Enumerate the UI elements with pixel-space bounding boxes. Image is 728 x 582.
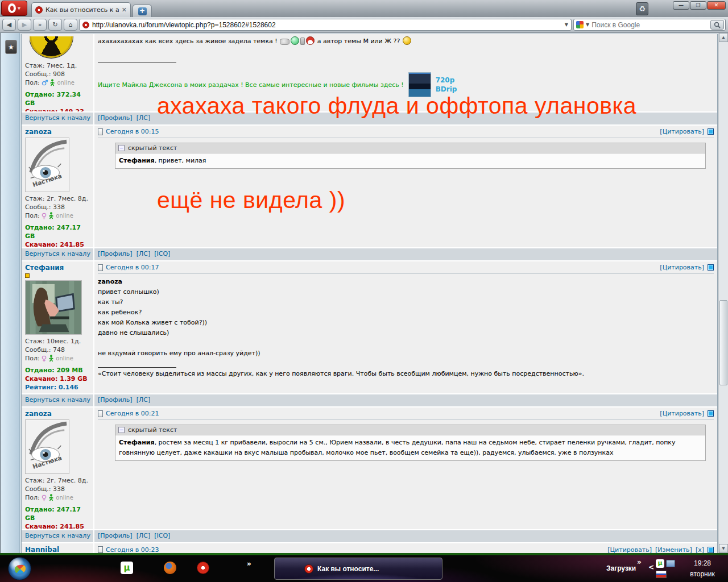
- online-man-icon: [48, 212, 54, 219]
- quote-text: , ростем за месяц 1 кг прибавели, выросл…: [119, 439, 676, 456]
- quote-link[interactable]: [Цитировать]: [607, 546, 652, 554]
- icq-link[interactable]: [ICQ]: [154, 532, 170, 539]
- profile-link[interactable]: [Профиль]: [98, 532, 133, 539]
- post-2-body: Сегодня в 00:15 [Цитировать] −скрытый те…: [94, 126, 717, 247]
- minipost-icon[interactable]: [708, 410, 714, 417]
- grin-smiley-icon: [291, 36, 299, 45]
- windows-logo-icon: [15, 564, 26, 574]
- taskbar-clock[interactable]: 19:28 вторник: [682, 558, 722, 580]
- gender-label: Пол:: [25, 78, 40, 87]
- pm-link[interactable]: [ЛС]: [136, 396, 151, 404]
- utorrent-glyph: µ: [657, 559, 662, 567]
- bookmarks-panel-button[interactable]: ★: [5, 40, 17, 54]
- quote-link[interactable]: [Цитировать]: [660, 410, 704, 417]
- restore-button[interactable]: ❐: [690, 1, 706, 10]
- online-label: online: [57, 78, 75, 87]
- username: zanoza: [25, 128, 91, 136]
- icq-link[interactable]: [ICQ]: [154, 250, 170, 257]
- minipost-icon[interactable]: [708, 264, 714, 271]
- female-icon: ♀: [42, 211, 47, 220]
- downloaded-label: Скачано:: [25, 523, 58, 529]
- quote-author: Стефания: [119, 157, 155, 164]
- pm-link[interactable]: [ЛС]: [136, 114, 151, 122]
- collapse-icon[interactable]: −: [118, 145, 125, 151]
- start-button[interactable]: [8, 557, 31, 580]
- eye-avatar: Настюха: [25, 419, 69, 474]
- scroll-up-button[interactable]: ▲: [719, 33, 728, 42]
- search-engine-dropdown-icon[interactable]: ▼: [586, 22, 589, 27]
- firefox-quicklaunch-icon[interactable]: [164, 562, 176, 574]
- close-button[interactable]: ✕: [707, 1, 726, 10]
- opera-menu-button[interactable]: ▼: [1, 1, 27, 16]
- utorrent-quicklaunch-icon[interactable]: µ: [121, 562, 133, 574]
- female-icon: ♀: [42, 493, 47, 502]
- edit-link[interactable]: [Изменить]: [655, 546, 692, 554]
- minimize-button[interactable]: —: [673, 1, 689, 10]
- profile-link[interactable]: [Профиль]: [98, 114, 133, 122]
- quote-link[interactable]: [Цитировать]: [660, 128, 704, 135]
- post-line: как ребенок?: [98, 307, 714, 318]
- browser-toolbar: ◀ ▶ » ↻ ⌂ http://ulanovka.ru/forum/viewt…: [0, 17, 728, 33]
- online-label: online: [56, 211, 73, 220]
- new-tab-button[interactable]: +: [133, 5, 152, 17]
- post-icon[interactable]: [98, 546, 103, 553]
- post-1-profile: Стаж: 7мес. 1д. Сообщ.: 908 Пол:♂ online…: [22, 34, 94, 111]
- back-to-top-link[interactable]: Вернуться к началу: [25, 250, 90, 257]
- post-date: Сегодня в 00:23: [106, 546, 159, 554]
- post-4-profile: zanoza Настюха Стаж: 2г. 7мес. 8д.: [22, 408, 94, 529]
- post-row-3: Стефания Стаж:: [22, 261, 717, 394]
- downloads-toolbar-label[interactable]: Загрузки: [606, 564, 636, 572]
- search-go-button[interactable]: [710, 20, 724, 30]
- post-line: давно не слышались): [98, 328, 714, 338]
- delete-link[interactable]: [x]: [696, 546, 704, 554]
- pm-link[interactable]: [ЛС]: [136, 250, 151, 257]
- tray-expand-chevron[interactable]: <: [648, 563, 654, 571]
- scrollbar-thumb[interactable]: [719, 300, 727, 385]
- address-dropdown-icon[interactable]: ▼: [565, 22, 568, 27]
- browser-tab-bar: ▼ Как вы относитесь к а... ✕ + ♻ — ❐ ✕: [0, 0, 728, 17]
- active-task-button[interactable]: Как вы относите...: [274, 558, 442, 580]
- signature-text: Ищите Майкла Джексона в моих раздачах ! …: [98, 81, 404, 89]
- display-tray-icon[interactable]: [666, 560, 675, 567]
- fast-forward-button[interactable]: »: [33, 19, 47, 31]
- back-to-top-link[interactable]: Вернуться к началу: [25, 396, 90, 404]
- search-input[interactable]: [592, 21, 708, 29]
- taskbar: µ » Как вы относите... » Загрузки < µ 19…: [0, 555, 728, 582]
- post-icon[interactable]: [98, 264, 103, 271]
- russian-language-tray-icon[interactable]: [656, 571, 667, 578]
- quote-link[interactable]: [Цитировать]: [660, 264, 704, 271]
- minipost-icon[interactable]: [708, 547, 714, 553]
- minipost-icon[interactable]: [708, 128, 714, 135]
- profile-link[interactable]: [Профиль]: [98, 396, 133, 404]
- pm-link[interactable]: [ЛС]: [136, 532, 151, 539]
- mention-name: zanoza: [98, 278, 122, 285]
- plus-icon: +: [138, 7, 147, 15]
- browser-tab[interactable]: Как вы относитесь к а... ✕: [31, 2, 131, 17]
- closed-tabs-trash-button[interactable]: ♻: [636, 2, 648, 15]
- forward-button[interactable]: ▶: [18, 19, 31, 31]
- post-line: как ты?: [98, 297, 714, 307]
- toolbar-overflow-chevron[interactable]: »: [637, 558, 642, 566]
- utorrent-tray-icon[interactable]: µ: [656, 559, 664, 568]
- browser-content-area: ★ Стаж: 7мес. 1д. Сообщ.: 908 Пол:♂ onli…: [0, 33, 728, 553]
- downloaded-label: Скачано:: [25, 108, 58, 111]
- home-button[interactable]: ⌂: [64, 19, 77, 31]
- post-icon[interactable]: [98, 410, 103, 417]
- address-bar[interactable]: http://ulanovka.ru/forum/viewtopic.php?p…: [79, 19, 572, 31]
- quicklaunch-overflow-chevron[interactable]: »: [247, 560, 251, 568]
- search-bar[interactable]: ▼: [573, 19, 726, 31]
- back-to-top-link[interactable]: Вернуться к началу: [25, 532, 90, 539]
- wave-smiley-icon: [280, 39, 289, 45]
- post-icon[interactable]: [98, 128, 103, 135]
- collapse-icon[interactable]: −: [118, 427, 125, 433]
- reload-button[interactable]: ↻: [48, 19, 62, 31]
- tab-close-icon[interactable]: ✕: [122, 6, 127, 14]
- lol-smiley-icon: [306, 36, 315, 45]
- scroll-down-button[interactable]: ▼: [719, 544, 728, 553]
- wink-smiley-icon: [403, 36, 411, 45]
- back-button[interactable]: ◀: [2, 19, 16, 31]
- opera-quicklaunch-icon[interactable]: [197, 562, 209, 574]
- profile-link[interactable]: [Профиль]: [98, 250, 133, 257]
- back-to-top-link[interactable]: Вернуться к началу: [25, 114, 90, 122]
- vertical-scrollbar[interactable]: ▲ ▼: [718, 33, 728, 553]
